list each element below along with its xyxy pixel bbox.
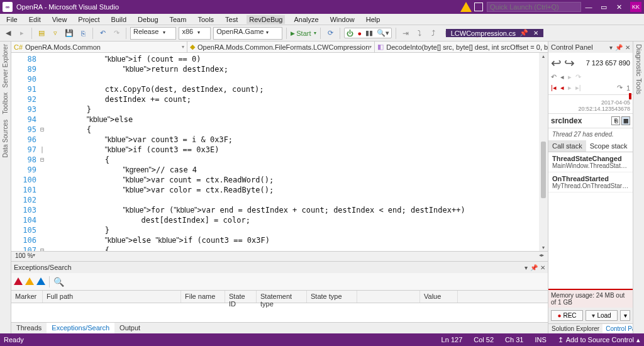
namespace-combo[interactable]: C# OpenRA.Mods.Common ▾ [11,42,187,52]
quick-launch[interactable] [487,2,581,12]
cp-copy-icon[interactable]: ⎘ [611,116,620,125]
revdebug-search-icon[interactable]: 🔍▾ [377,29,389,37]
close-button[interactable]: ✕ [611,3,626,11]
cp-timeline[interactable] [548,94,633,98]
right-tool-diagnostic-tools[interactable]: Diagnostic Tools [635,44,643,94]
vertical-scrollbar[interactable]: ▴ ▾ [539,53,548,251]
search-icon[interactable]: 🔍 [53,277,64,287]
menu-build[interactable]: Build [109,15,129,24]
new-file-button[interactable]: ▤ [36,28,47,39]
col-file-name[interactable]: File name [181,291,225,303]
cp-load-dropdown[interactable]: ▾ [620,310,630,321]
cp-step-last-icon[interactable]: ▸| [575,84,581,92]
menu-edit[interactable]: Edit [26,15,43,24]
startup-project-combo[interactable]: OpenRA.Game ▾ [213,27,282,40]
undo-button[interactable]: ↶ [97,28,108,39]
step-over-icon[interactable]: ⇥ [400,28,411,39]
stack-frame[interactable]: OnThreadStartedMyThread.OnThreadStarted [548,172,633,193]
platform-combo[interactable]: x86 ▾ [179,27,211,40]
quick-launch-input[interactable] [487,2,581,12]
menu-tools[interactable]: Tools [195,15,216,24]
col-marker[interactable]: Marker [11,291,43,303]
add-source-control[interactable]: ↥ Add to Source Control ▴ [558,336,640,344]
close-tab-icon[interactable]: ✕ [533,30,538,36]
menu-window[interactable]: Window [328,15,357,24]
filter-orange-icon[interactable] [25,277,34,286]
close-pane-icon[interactable]: ✕ [540,264,545,271]
pin-icon[interactable]: 📌 [519,29,528,37]
revdebug-pause-icon[interactable]: ▮▮ [365,29,373,37]
save-button[interactable]: 💾 [64,28,75,39]
filter-blue-icon[interactable] [36,277,45,286]
cp-rec-button[interactable]: REC [551,310,583,321]
feedback-icon[interactable] [474,3,483,11]
cp-close-icon[interactable]: ✕ [625,44,630,51]
autohide-icon[interactable]: 📌 [530,264,538,271]
exceptions-grid[interactable]: MarkerFull pathFile nameState IDStatemen… [11,291,548,322]
col-value[interactable]: Value [420,291,458,303]
class-combo[interactable]: ◆ OpenRA.Mods.Common.FileFormats.LCWComp… [187,42,375,52]
config-combo[interactable]: Release ▾ [130,27,176,40]
nav-back-button[interactable]: ◀ [3,28,14,39]
step-into-icon[interactable]: ⤵ [414,28,425,39]
zoom-combo[interactable]: 100 % ▾ ◂ ▸ [11,251,548,261]
bottom-tab-output[interactable]: Output [114,323,145,333]
code-content[interactable]: "kblue">if (count == 0) "kblue">return d… [48,53,539,251]
start-button[interactable]: Start ▾ [291,30,316,37]
cp-step-back-icon[interactable]: ◂ [560,73,564,81]
step-out-icon[interactable]: ⤴ [428,28,439,39]
fold-gutter[interactable]: ⊟|⊟⊟ [40,53,48,251]
window-position-icon[interactable]: ▾ [525,264,528,271]
stack-frame[interactable]: ThreadStateChangedMainWindow.ThreadState… [548,152,633,172]
menu-view[interactable]: View [50,15,70,24]
left-tool-server-explorer[interactable]: Server Explorer [2,44,9,87]
cp-fwd-small-icon[interactable]: ↷ [575,73,581,81]
cp-step-next-icon[interactable]: ▸ [568,84,572,92]
revdebug-record-icon[interactable]: ● [357,30,362,37]
restore-button[interactable]: ▭ [596,3,611,11]
cp-load-button[interactable]: Load [586,310,618,321]
cp-next-arrow-icon[interactable]: ↪ [564,55,575,70]
bottom-tab-exceptions-search[interactable]: Exceptions/Search [47,323,114,333]
filter-red-icon[interactable] [14,277,23,286]
menu-project[interactable]: Project [75,15,102,24]
revdebug-power-icon[interactable]: ⏻ [347,30,353,37]
menu-revdebug[interactable]: RevDeBug [247,15,285,24]
bottom-tab-threads[interactable]: Threads [11,323,47,333]
stack-tab-scope-stack[interactable]: Scope stack [586,140,631,152]
code-editor[interactable]: 8889909192939495969798991001011021031041… [11,53,548,251]
cp-detail-icon[interactable]: ▦ [621,116,630,125]
cp-step-prev-icon[interactable]: ◂ [560,84,564,92]
col-statement-type[interactable]: Statement type [257,291,307,303]
active-file-tab[interactable]: LCWCompression.cs 📌 ✕ [446,29,543,37]
col-blank[interactable] [357,291,420,303]
cp-window-pos-icon[interactable]: ▾ [609,44,613,51]
col-state-id[interactable]: State ID [225,291,257,303]
cp-tab-solution-explorer[interactable]: Solution Explorer [548,324,602,333]
redo-button[interactable]: ↷ [111,28,122,39]
minimize-button[interactable]: — [581,3,596,11]
cp-prev-arrow-icon[interactable]: ↩ [551,55,562,70]
method-combo[interactable]: ◧ DecodeInto(byte[] src, byte[] dest, in… [375,42,548,52]
cp-pin-icon[interactable]: 📌 [615,44,623,51]
browser-link-button[interactable]: ⟳ [325,28,336,39]
col-full-path[interactable]: Full path [43,291,181,303]
menu-analyze[interactable]: Analyze [291,15,321,24]
menu-file[interactable]: File [4,15,20,24]
left-tool-data-sources[interactable]: Data Sources [2,120,9,158]
col-state-type[interactable]: State type [307,291,357,303]
cp-step-first-icon[interactable]: |◂ [551,84,557,92]
menu-test[interactable]: Test [223,15,240,24]
notification-icon[interactable] [460,2,472,12]
nav-fwd-button[interactable]: ▸ [16,28,28,39]
user-badge[interactable]: KK [630,2,641,12]
save-all-button[interactable]: ⎘ [77,28,89,39]
menu-debug[interactable]: Debug [135,15,160,24]
left-tool-toolbox[interactable]: Toolbox [2,92,9,114]
cp-back-small-icon[interactable]: ↶ [551,73,557,81]
open-button[interactable]: ▿ [50,28,61,39]
stack-tab-call-stack[interactable]: Call stack [548,140,586,152]
menu-help[interactable]: Help [364,15,383,24]
cp-step-fwd-icon[interactable]: ▸ [568,73,572,81]
menu-team[interactable]: Team [167,15,189,24]
